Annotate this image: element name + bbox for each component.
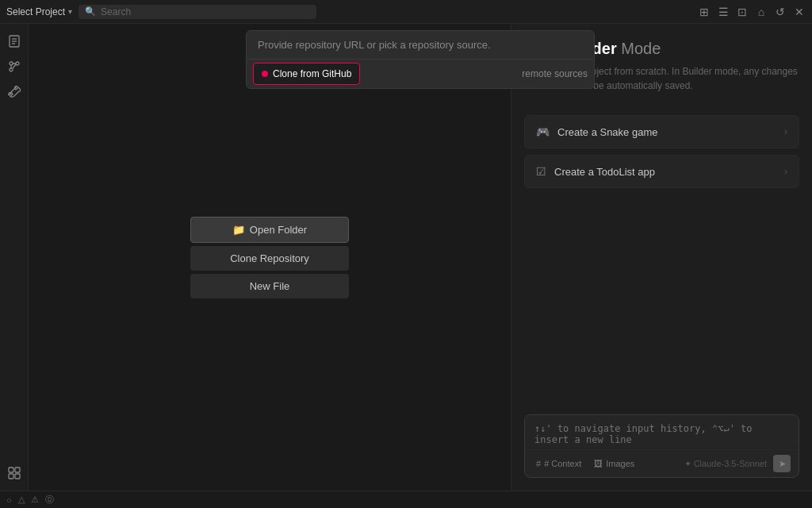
main-layout: Provide repository URL or pick a reposit… bbox=[0, 24, 812, 491]
svg-rect-8 bbox=[15, 468, 20, 472]
statusbar: ○ △ ⚠ ⓪ bbox=[0, 491, 812, 508]
chat-toolbar: # # Context 🖼 Images ✦ Claude-3.5-Sonnet… bbox=[525, 449, 799, 477]
checklist-icon: ☑ bbox=[536, 165, 546, 178]
arrow-right-icon: › bbox=[784, 126, 787, 137]
search-bar[interactable]: 🔍 Search bbox=[79, 5, 316, 19]
radio-selected-icon bbox=[262, 71, 268, 77]
open-folder-button[interactable]: 📁 Open Folder bbox=[190, 217, 349, 243]
left-panel: 📁 Open Folder Clone Repository New File bbox=[29, 24, 511, 491]
status-icon-1: ○ bbox=[6, 495, 12, 505]
sidebar-item-files[interactable] bbox=[3, 30, 25, 52]
toolbar-right: ✦ Claude-3.5-Sonnet ➤ bbox=[684, 455, 791, 472]
arrow-right-icon-2: › bbox=[784, 166, 787, 177]
layout-grid-icon[interactable]: ⊡ bbox=[736, 6, 749, 18]
svg-point-4 bbox=[10, 62, 13, 65]
model-label: ✦ Claude-3.5-Sonnet bbox=[684, 459, 767, 469]
content-area: Provide repository URL or pick a reposit… bbox=[29, 24, 812, 491]
svg-point-5 bbox=[16, 62, 19, 65]
chat-input[interactable] bbox=[525, 415, 799, 447]
action-buttons: 📁 Open Folder Clone Repository New File bbox=[190, 217, 349, 298]
url-dropdown: Provide repository URL or pick a reposit… bbox=[246, 30, 595, 89]
svg-rect-9 bbox=[9, 474, 13, 479]
game-icon: 🎮 bbox=[536, 125, 550, 138]
layout-split-icon[interactable]: ⊞ bbox=[698, 6, 710, 18]
clone-github-label: Clone from GitHub bbox=[273, 68, 351, 79]
sidebar-item-tools[interactable] bbox=[3, 81, 25, 103]
builder-title-light: Mode bbox=[621, 40, 661, 57]
suggestion-todo[interactable]: ☑ Create a TodoList app › bbox=[524, 155, 799, 188]
project-label: Select Project bbox=[6, 6, 65, 17]
new-file-button[interactable]: New File bbox=[190, 274, 349, 298]
chat-input-area: # # Context 🖼 Images ✦ Claude-3.5-Sonnet… bbox=[524, 414, 799, 478]
search-icon: 🔍 bbox=[85, 6, 96, 17]
project-selector[interactable]: Select Project ▾ bbox=[6, 6, 72, 17]
images-button[interactable]: 🖼 Images bbox=[591, 457, 638, 470]
context-button[interactable]: # # Context bbox=[533, 457, 584, 470]
search-placeholder: Search bbox=[101, 6, 131, 17]
clone-repository-button[interactable]: Clone Repository bbox=[190, 246, 349, 271]
clone-github-option[interactable]: Clone from GitHub bbox=[253, 63, 360, 85]
suggestion-todo-label: Create a TodoList app bbox=[554, 166, 776, 178]
url-options: Clone from GitHub remote sources bbox=[247, 60, 594, 88]
remote-sources-label[interactable]: remote sources bbox=[522, 68, 588, 79]
svg-rect-7 bbox=[9, 468, 13, 472]
svg-point-6 bbox=[10, 68, 13, 71]
layout-single-icon[interactable]: ☰ bbox=[717, 6, 730, 18]
status-icon-4: ⓪ bbox=[45, 494, 54, 506]
suggestion-snake-label: Create a Snake game bbox=[557, 126, 776, 138]
suggestion-snake[interactable]: 🎮 Create a Snake game › bbox=[524, 115, 799, 148]
url-input-placeholder[interactable]: Provide repository URL or pick a reposit… bbox=[247, 31, 594, 60]
folder-icon: 📁 bbox=[232, 224, 245, 236]
sidebar-item-plugins[interactable] bbox=[3, 462, 25, 484]
status-icon-2: △ bbox=[18, 495, 25, 505]
images-icon: 🖼 bbox=[594, 459, 603, 468]
titlebar: Select Project ▾ 🔍 Search ⊞ ☰ ⊡ ⌂ ↺ ✕ bbox=[0, 0, 812, 24]
titlebar-close-icon[interactable]: ✕ bbox=[793, 6, 806, 18]
send-icon: ➤ bbox=[779, 459, 786, 469]
chevron-down-icon: ▾ bbox=[68, 7, 72, 16]
status-icon-3: ⚠ bbox=[31, 495, 39, 505]
send-button[interactable]: ➤ bbox=[773, 455, 791, 472]
titlebar-home-icon[interactable]: ⌂ bbox=[755, 6, 768, 18]
titlebar-back-icon[interactable]: ↺ bbox=[774, 6, 787, 18]
hash-icon: # bbox=[536, 459, 541, 468]
right-panel: Trae-Builder Mode Easily build a project… bbox=[511, 24, 812, 491]
sidebar bbox=[0, 24, 29, 491]
svg-rect-10 bbox=[15, 474, 20, 479]
sidebar-item-git[interactable] bbox=[3, 56, 25, 78]
titlebar-actions: ⊞ ☰ ⊡ ⌂ ↺ ✕ bbox=[698, 6, 806, 18]
